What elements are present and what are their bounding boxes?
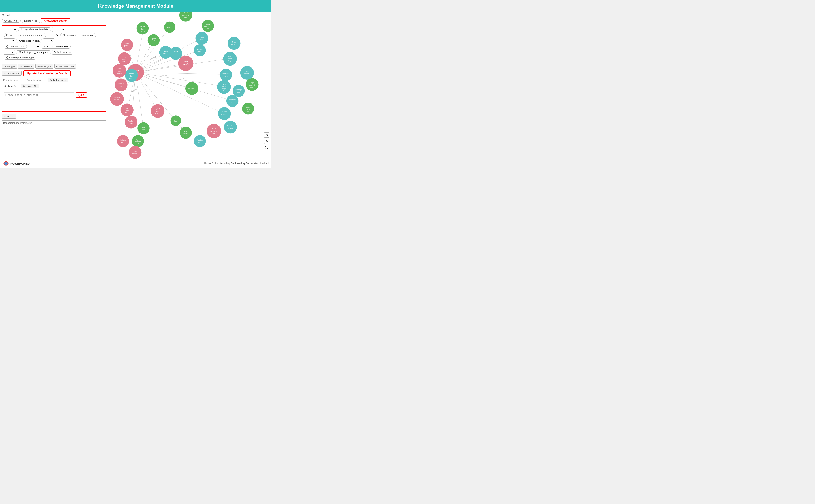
svg-text:tube gate: tube gate	[182, 14, 189, 16]
cross-select-2[interactable]	[43, 38, 54, 43]
node-ball-valve-dia[interactable]: Ball valve dia...	[118, 52, 131, 65]
node-unit-install[interactable]: Unit Install...	[137, 122, 150, 134]
node-direct-current[interactable]: direct current devi	[169, 47, 182, 60]
node-design-multip[interactable]: Design multip...	[194, 44, 206, 56]
submit-button[interactable]: ⊕ Submit	[2, 114, 16, 119]
node-main-transf-3[interactable]: Main transf...	[227, 37, 240, 50]
cross-select-1[interactable]	[4, 38, 15, 43]
default-param-select[interactable]: Default para...	[52, 50, 72, 55]
knowledge-graph[interactable]: belong_to belong_to including including …	[108, 12, 271, 159]
svg-text:tube gate: tube gate	[204, 25, 211, 27]
node-unit1-center[interactable]: Unit 1# center...	[218, 107, 231, 120]
cross-search-button[interactable]: Cross-section data	[16, 39, 42, 43]
svg-text:floor: floor	[130, 75, 133, 77]
node-main-transf-2[interactable]: Main transf...	[195, 32, 208, 45]
node-design-multip-red[interactable]: Design multip...	[110, 92, 124, 106]
add-relation-button[interactable]: ⊕ Add relation	[2, 71, 22, 76]
qa-input[interactable]	[4, 92, 74, 110]
node-right-side-unit[interactable]: Right side unit wid...	[246, 78, 258, 91]
fullscreen-icon: ⛶	[265, 146, 268, 149]
node-bus-tunnel[interactable]: Bus tunnel spac...	[180, 127, 192, 139]
node-light-side[interactable]: light side unit wid	[132, 135, 144, 147]
svg-text:Drainage: Drainage	[235, 89, 242, 91]
svg-text:tube gate: tube gate	[210, 130, 217, 132]
update-knowledge-graph-button[interactable]: Update the Knowledge Graph	[23, 70, 71, 76]
upload-file-button[interactable]: ⊕ Upload file	[21, 84, 39, 88]
property-value-input[interactable]	[25, 78, 47, 82]
node-drainage-co[interactable]: Drainage Co...	[117, 135, 129, 147]
node-auxiliary-power-red[interactable]: Auxiliary power...	[125, 116, 137, 128]
node-th[interactable]: th...	[171, 115, 181, 126]
node-cavity-spacin[interactable]: Cavity spacin...	[129, 146, 141, 159]
longitudinal-search-button[interactable]: Longitudinal section data	[18, 27, 51, 31]
long-datasource-button[interactable]: Longitudinal section data source	[4, 33, 46, 37]
top-buttons-row: Search all Delete node Knowledge Search	[0, 17, 108, 24]
svg-text:Design: Design	[114, 96, 120, 98]
node-ball-valve-dow[interactable]: Ball valve dow...	[113, 64, 126, 78]
delete-node-button[interactable]: Delete node	[22, 19, 40, 23]
svg-text:center...: center...	[221, 113, 227, 115]
node-hook-positi[interactable]: Hook positi...	[121, 39, 133, 51]
svg-text:o...: o...	[223, 90, 225, 92]
powerchina-logo	[3, 160, 9, 167]
search-all-button[interactable]: Search all	[2, 19, 21, 23]
spatial-button[interactable]: Spatial topology data types	[16, 50, 51, 54]
svg-text:cha: cha	[184, 17, 187, 19]
cross-section-label: Cross-section data	[19, 39, 39, 42]
zoom-out-button[interactable]: ⊖	[264, 139, 269, 144]
svg-text:positi...: positi...	[124, 45, 130, 47]
relative-type-button[interactable]: Raletive type	[35, 64, 53, 69]
property-name-input[interactable]	[2, 78, 24, 82]
node-ball-valve-upst[interactable]: Ball valve upst...	[121, 103, 133, 116]
add-csv-button[interactable]: Add csv file	[2, 84, 19, 88]
zoom-in-button[interactable]: ⊕	[264, 132, 269, 138]
node-draft-tube-gate-red[interactable]: Draft tube gate cha...	[207, 124, 221, 138]
node-type-button[interactable]: Node type	[2, 64, 17, 69]
knowledge-search-button[interactable]: Knowledge Search	[41, 18, 70, 23]
svg-point-158	[117, 135, 129, 147]
node-drainage-wi-red[interactable]: Drainage wi...	[114, 79, 127, 91]
node-right-side-length[interactable]: Right side length o...	[217, 80, 231, 94]
node-spiral-case[interactable]: spiral case floor e	[148, 34, 160, 46]
add-property-button[interactable]: ⊕ Add property	[48, 78, 68, 82]
spatial-select[interactable]	[4, 50, 15, 55]
node-middle-floor[interactable]: Middle floor elev...	[125, 69, 138, 82]
node-erection-length[interactable]: Erection length	[224, 121, 237, 133]
node-auxiliary-power-2[interactable]: Auxiliary power...	[194, 135, 206, 147]
node-main-transf-red[interactable]: Main transf...	[178, 56, 193, 71]
qa-button[interactable]: Q&A	[76, 92, 87, 98]
action-row: ⊕ Add relation Update the Knowledge Grap…	[0, 69, 108, 77]
node-turbine[interactable]: turbine floor eleva	[137, 22, 149, 34]
svg-text:belong_to: belong_to	[159, 75, 167, 77]
svg-text:Hook: Hook	[125, 42, 129, 44]
node-draft-tube-ele[interactable]: Draft tube gate ele	[202, 20, 214, 32]
long-datasource-select[interactable]	[47, 33, 59, 37]
node-draft-tube-top[interactable]: Draft tube gate cha	[179, 12, 192, 22]
elevation-button[interactable]: Elevation data	[4, 45, 27, 49]
cross-datasource-button[interactable]: Cross-section data source	[60, 33, 96, 37]
svg-text:tunnel: tunnel	[183, 132, 188, 134]
node-generat[interactable]: Generat...	[164, 22, 175, 33]
node-meintam[interactable]: meintam...	[185, 82, 198, 95]
svg-text:belong_to: belong_to	[150, 55, 157, 60]
add-rel-icon: ⊕	[4, 72, 6, 75]
elevation-source-button[interactable]: Elevation data source	[41, 45, 71, 49]
node-gis-floor[interactable]: GIS floor elevati...	[240, 66, 254, 80]
node-light-side-length[interactable]: Light side length o...	[223, 52, 237, 66]
node-transport[interactable]: Transport di...	[226, 95, 238, 107]
fullscreen-button[interactable]: ⛶	[264, 145, 269, 150]
node-name-button[interactable]: Node name	[18, 64, 34, 69]
spatial-label: Spatial topology data types	[19, 51, 48, 54]
longitudinal-select-2[interactable]	[52, 27, 65, 32]
svg-text:valve: valve	[117, 70, 121, 72]
search-param-button[interactable]: Search parameter type	[4, 56, 36, 60]
node-spiral-inlet[interactable]: spiral inlet leng...	[151, 104, 164, 118]
node-drainage-wi-1[interactable]: Drainage wi...	[220, 69, 232, 81]
svg-text:wid...: wid...	[250, 86, 254, 88]
node-drainage-sp[interactable]: Drainage sp...	[233, 85, 245, 97]
longitudinal-select-1[interactable]	[4, 27, 17, 32]
node-cable-floor[interactable]: Cable floor elev...	[242, 103, 254, 115]
elevation-select[interactable]	[28, 44, 40, 49]
add-sub-node-button[interactable]: ⊕ Add sub-node	[54, 64, 76, 69]
search-label: Search	[0, 12, 108, 17]
